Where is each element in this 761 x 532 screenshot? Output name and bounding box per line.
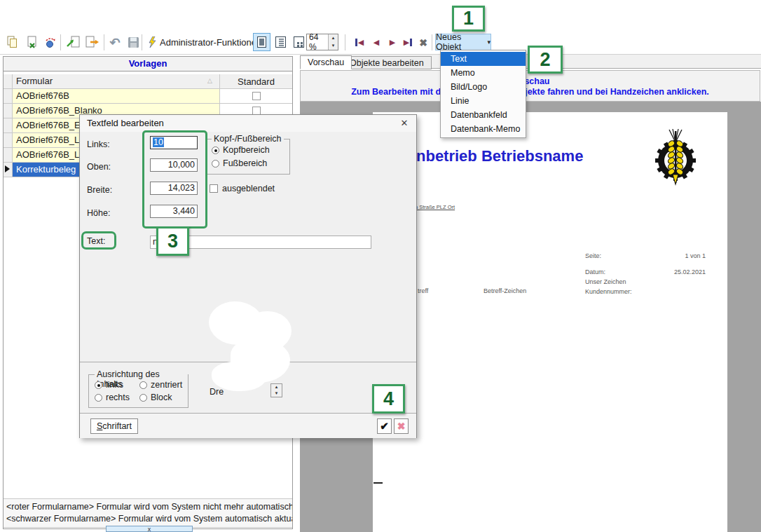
page-preview-icon: [257, 36, 266, 48]
spin-down-icon[interactable]: ▼: [271, 390, 282, 397]
radio-off-icon: [95, 394, 102, 402]
cancel-x-icon: ✖: [397, 421, 406, 432]
fold-mark: [373, 482, 383, 484]
callout-3: 3: [156, 226, 189, 256]
menu-item-datenbank-memo[interactable]: Datenbank-Memo: [441, 122, 526, 136]
rename-form-button[interactable]: [42, 33, 59, 52]
bar-icon: [410, 39, 412, 46]
menu-item-datenbankfeld[interactable]: Datenbankfeld: [441, 108, 526, 122]
zoom-up-icon[interactable]: ▲: [329, 34, 338, 42]
callout-highlight-inputs: [142, 130, 207, 229]
breite-label: Breite:: [87, 185, 112, 195]
prev-arrow-icon: ◀: [358, 38, 364, 47]
document-heading: nbetrieb Betriebsname: [416, 147, 583, 165]
legend-line-red: <roter Formularname> Formular wird vom S…: [6, 501, 289, 513]
cancel-button[interactable]: ✖: [394, 418, 409, 434]
hoehe-label: Höhe:: [87, 208, 110, 218]
toolbar-separator: [142, 34, 142, 50]
meta-label: Kundennummer:: [585, 288, 632, 295]
form-name: AOBrief676B: [13, 89, 220, 103]
undo-button[interactable]: ↶: [107, 33, 123, 52]
checkbox-ausgeblendet[interactable]: ausgeblendet: [210, 184, 275, 193]
cancel-navigation-button[interactable]: ✖: [416, 33, 430, 52]
callout-highlight-text-label: [81, 231, 116, 250]
import-icon: [67, 36, 81, 49]
column-header-standard[interactable]: Standard: [220, 74, 292, 88]
page-list-icon: [275, 36, 286, 48]
radio-align-zentriert[interactable]: zentriert: [139, 380, 182, 390]
instruction-title: Vorschau: [301, 76, 760, 87]
wheat-gear-logo-icon: [650, 128, 701, 186]
dialog-close-button[interactable]: ✕: [398, 117, 411, 130]
view-preview-button[interactable]: [253, 33, 270, 51]
new-object-label: Neues Objekt: [436, 32, 484, 52]
save-button[interactable]: [125, 33, 142, 52]
tab-vorschau[interactable]: Vorschau: [300, 55, 352, 69]
view-grid-button[interactable]: [290, 33, 308, 51]
nav-first-button[interactable]: ◀: [352, 33, 367, 52]
rotation-label-fragment: Dre: [210, 387, 224, 397]
textfeld-bearbeiten-dialog: Textfeld bearbeiten ✕ Links: 10 Oben: 10…: [79, 114, 417, 438]
callout-2: 2: [528, 46, 563, 74]
table-row[interactable]: AOBrief676B: [4, 89, 292, 104]
rotation-spinner[interactable]: ▲ ▼: [270, 383, 282, 397]
column-header-formular[interactable]: Formular △: [13, 74, 220, 88]
toolbar-separator: [432, 34, 432, 50]
radio-align-block[interactable]: Block: [139, 393, 172, 402]
radio-off-icon: [139, 381, 147, 389]
nav-last-button[interactable]: ▶: [400, 33, 416, 52]
standard-checkbox[interactable]: [252, 92, 261, 100]
chevron-down-icon: ▾: [487, 39, 491, 46]
next-arrow-icon: ▶: [404, 38, 409, 47]
zoom-value: 64 %: [307, 34, 328, 50]
nav-prev-button[interactable]: ◀: [370, 33, 383, 52]
menu-item-text[interactable]: Text: [441, 52, 526, 66]
schriftart-button[interactable]: Schriftart: [90, 418, 138, 434]
current-row-marker-icon: [5, 165, 10, 172]
delete-form-button[interactable]: [23, 33, 40, 52]
menu-item-memo[interactable]: Memo: [441, 66, 526, 80]
export-icon: [85, 36, 100, 49]
callout-1: 1: [452, 6, 485, 32]
legend-box: <roter Formularname> Formular wird vom S…: [4, 498, 292, 528]
view-list-button[interactable]: [272, 33, 289, 51]
ok-button[interactable]: ✔: [377, 418, 392, 434]
copy-form-button[interactable]: [4, 33, 20, 52]
callout-4: 4: [372, 384, 405, 414]
app-window: ↶ Administrator-Funktionen ▾ 64 % ▲ ▼: [0, 0, 761, 532]
undo-icon: ↶: [109, 35, 120, 50]
zoom-down-icon[interactable]: ▼: [329, 42, 338, 50]
menu-item-linie[interactable]: Linie: [441, 94, 526, 108]
toolbar-separator: [345, 34, 345, 50]
radio-align-rechts[interactable]: rechts: [95, 393, 130, 402]
partial-x-glyph: x: [148, 526, 151, 532]
meta-value: 1 von 1: [685, 252, 706, 259]
instruction-box: Vorschau Zum Bearbeiten mit der Maus übe…: [300, 70, 760, 102]
tab-objekte-bearbeiten[interactable]: Objekte bearbeiten: [342, 56, 432, 69]
close-x-icon: ✖: [419, 37, 427, 48]
meta-label: Datum:: [585, 268, 605, 275]
betreff-zeichen-label: Betreff-Zeichen: [484, 287, 526, 294]
import-form-button[interactable]: [64, 33, 83, 52]
new-object-button[interactable]: Neues Objekt ▾: [435, 34, 491, 50]
spin-up-icon[interactable]: ▲: [271, 384, 282, 390]
bar-icon: [355, 39, 357, 46]
radio-kopfbereich[interactable]: Kopfbereich: [212, 145, 270, 155]
sort-asc-icon: △: [207, 77, 212, 84]
admin-functions-label: Administrator-Funktionen: [160, 37, 261, 48]
document-page: nbetrieb Betriebsname: [373, 112, 727, 532]
zoom-spinner[interactable]: 64 % ▲ ▼: [306, 34, 338, 50]
new-object-menu: Text Memo Bild/Logo Linie Datenbankfeld …: [440, 50, 526, 138]
radio-off-icon: [212, 160, 219, 168]
menu-item-bild-logo[interactable]: Bild/Logo: [441, 80, 526, 94]
nav-next-button[interactable]: ▶: [386, 33, 399, 52]
sender-address-line: a Straße PLZ Ort: [415, 204, 455, 210]
templates-panel-title: Vorlagen: [4, 57, 292, 71]
betreff-fragment: treff: [418, 287, 428, 294]
meta-label: Unser Zeichen: [585, 278, 626, 285]
export-form-button[interactable]: [83, 33, 101, 52]
dialog-title: Textfeld bearbeiten: [80, 115, 416, 132]
radio-align-links[interactable]: links: [95, 380, 123, 390]
partial-bottom-button[interactable]: x: [106, 526, 193, 532]
radio-fussbereich[interactable]: Fußbereich: [212, 158, 267, 168]
